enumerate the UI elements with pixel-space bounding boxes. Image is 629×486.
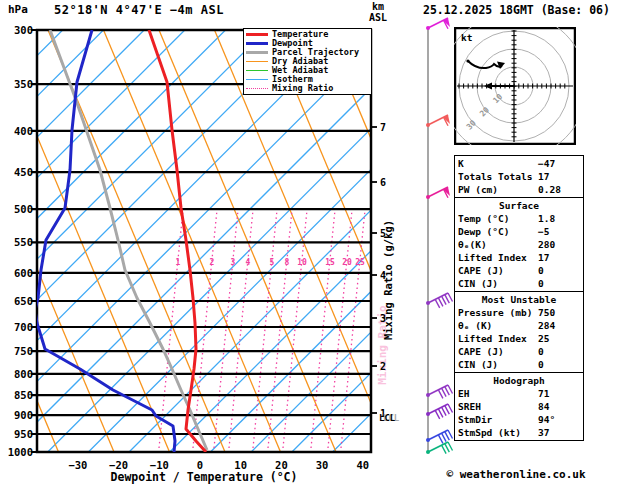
- svg-text:700: 700: [14, 321, 33, 333]
- row-value: 0.28: [538, 183, 580, 196]
- legend-swatch-isotherm: [246, 79, 268, 80]
- table-row: StmSpd (kt)37: [458, 426, 580, 439]
- svg-text:Dewpoint / Temperature (°C): Dewpoint / Temperature (°C): [111, 470, 298, 484]
- table-row: CAPE (J)0: [458, 264, 580, 277]
- svg-text:−30: −30: [68, 459, 87, 471]
- svg-text:4: 4: [246, 258, 251, 267]
- section-header: Most Unstable: [458, 293, 580, 306]
- row-label: Dewp (°C): [458, 225, 538, 238]
- legend-swatch-dry-adiabat: [246, 61, 268, 62]
- row-value: 280: [538, 238, 580, 251]
- svg-text:40: 40: [356, 459, 369, 471]
- table-row: SREH84: [458, 400, 580, 413]
- svg-text:1000: 1000: [8, 446, 33, 458]
- svg-text:950: 950: [14, 428, 33, 440]
- row-value: 0: [538, 345, 580, 358]
- table-section-hodograph: HodographEH71SREH84StmDir94°StmSpd (kt)3…: [454, 373, 584, 441]
- svg-text:550: 550: [14, 236, 33, 248]
- svg-text:kt: kt: [461, 32, 472, 43]
- row-value: 0: [538, 358, 580, 371]
- row-value: 284: [538, 319, 580, 332]
- row-value: −47: [538, 157, 580, 170]
- svg-text:350: 350: [14, 78, 33, 90]
- row-value: 0: [538, 264, 580, 277]
- row-label: CAPE (J): [458, 345, 538, 358]
- row-value: −5: [538, 225, 580, 238]
- table-section-surface: SurfaceTemp (°C)1.8Dewp (°C)−5θₑ(K)280Li…: [454, 198, 584, 292]
- legend-item: Mixing Ratio: [246, 84, 371, 93]
- table-row: θₑ(K)280: [458, 238, 580, 251]
- legend-swatch-wet-adiabat: [246, 70, 268, 71]
- row-label: θₑ (K): [458, 319, 538, 332]
- svg-text:3: 3: [231, 258, 236, 267]
- row-label: Lifted Index: [458, 251, 538, 264]
- row-label: Temp (°C): [458, 212, 538, 225]
- svg-text:15: 15: [325, 258, 335, 267]
- row-value: 94°: [538, 413, 580, 426]
- row-value: 1.8: [538, 212, 580, 225]
- stats-table: K−47Totals Totals17PW (cm)0.28SurfaceTem…: [454, 155, 584, 441]
- row-label: StmDir: [458, 413, 538, 426]
- table-row: θₑ (K)284: [458, 319, 580, 332]
- table-row: StmDir94°: [458, 413, 580, 426]
- row-label: SREH: [458, 400, 538, 413]
- row-label: CIN (J): [458, 358, 538, 371]
- svg-text:8: 8: [285, 258, 290, 267]
- svg-text:5: 5: [270, 258, 275, 267]
- row-value: 37: [538, 426, 580, 439]
- svg-text:800: 800: [14, 368, 33, 380]
- legend-label: Mixing Ratio: [272, 84, 333, 93]
- table-row: Totals Totals17: [458, 170, 580, 183]
- row-label: StmSpd (kt): [458, 426, 538, 439]
- table-row: Temp (°C)1.8: [458, 212, 580, 225]
- legend-swatch-mixing-ratio: [246, 88, 268, 89]
- table-row: Lifted Index17: [458, 251, 580, 264]
- row-value: 0: [538, 277, 580, 290]
- table-row: K−47: [458, 157, 580, 170]
- table-row: CAPE (J)0: [458, 345, 580, 358]
- svg-text:5: 5: [380, 228, 386, 239]
- svg-text:20: 20: [342, 258, 352, 267]
- row-value: 17: [538, 251, 580, 264]
- svg-text:25: 25: [355, 258, 365, 267]
- row-value: 71: [538, 387, 580, 400]
- row-label: K: [458, 157, 538, 170]
- row-value: 25: [538, 332, 580, 345]
- row-label: EH: [458, 387, 538, 400]
- skewt-sounding-page: hPa 52°18'N 4°47'E −4m ASL kmASL 25.12.2…: [0, 0, 629, 486]
- table-row: EH71: [458, 387, 580, 400]
- table-row: Pressure (mb)750: [458, 306, 580, 319]
- row-value: 17: [538, 170, 580, 183]
- table-row: PW (cm)0.28: [458, 183, 580, 196]
- svg-text:650: 650: [14, 295, 33, 307]
- svg-text:850: 850: [14, 389, 33, 401]
- row-label: Lifted Index: [458, 332, 538, 345]
- svg-text:2: 2: [380, 361, 386, 372]
- svg-text:30: 30: [316, 459, 329, 471]
- svg-text:600: 600: [14, 267, 33, 279]
- copyright-footer: © weatheronline.co.uk: [436, 468, 596, 481]
- row-value: 84: [538, 400, 580, 413]
- section-header: Hodograph: [458, 374, 580, 387]
- row-label: Totals Totals: [458, 170, 538, 183]
- svg-text:400: 400: [14, 125, 33, 137]
- table-row: CIN (J)0: [458, 358, 580, 371]
- section-header: Surface: [458, 199, 580, 212]
- svg-text:6: 6: [380, 177, 386, 188]
- table-row: Dewp (°C)−5: [458, 225, 580, 238]
- svg-text:4: 4: [380, 270, 386, 281]
- svg-text:1: 1: [176, 258, 181, 267]
- hodograph: 102030kt: [454, 27, 576, 145]
- table-section-most-unstable: Most UnstablePressure (mb)750θₑ (K)284Li…: [454, 292, 584, 373]
- row-label: Pressure (mb): [458, 306, 538, 319]
- row-label: CAPE (J): [458, 264, 538, 277]
- row-value: 750: [538, 306, 580, 319]
- svg-text:3: 3: [380, 313, 386, 324]
- row-label: CIN (J): [458, 277, 538, 290]
- legend-swatch-dewpoint: [246, 42, 268, 45]
- svg-text:500: 500: [14, 203, 33, 215]
- svg-text:10: 10: [297, 258, 307, 267]
- svg-text:900: 900: [14, 409, 33, 421]
- legend: TemperatureDewpointParcel TrajectoryDry …: [243, 28, 372, 95]
- legend-swatch-temperature: [246, 33, 268, 36]
